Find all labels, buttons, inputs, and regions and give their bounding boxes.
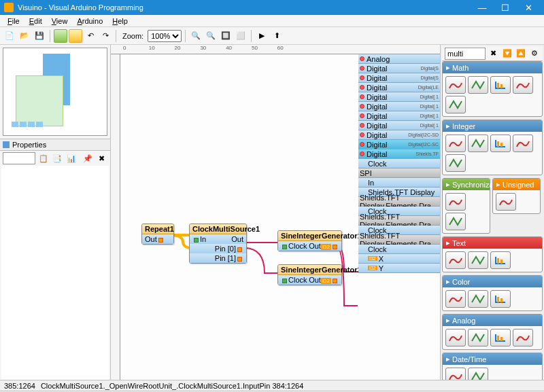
pin-out[interactable]	[333, 279, 337, 283]
menu-file[interactable]: FFileile	[3, 17, 24, 25]
filter3-icon[interactable]: ⚙	[528, 47, 540, 60]
component-item[interactable]	[468, 290, 488, 308]
component-item[interactable]	[445, 290, 466, 308]
arduino-row[interactable]: DigitalDigital[ 1	[358, 92, 440, 102]
zoom-in-icon[interactable]: 🔍	[189, 29, 203, 43]
component-item[interactable]	[513, 135, 533, 152]
pin-in[interactable]	[194, 238, 199, 243]
arduino-row[interactable]: DigitalDigital[ 1	[358, 121, 440, 130]
minimize-button[interactable]: —	[471, 0, 494, 15]
palette-header[interactable]: ▸Text	[443, 237, 542, 249]
component-item[interactable]	[445, 213, 466, 230]
component-item[interactable]	[490, 329, 511, 346]
arduino-row[interactable]: Shields.TFT Display.Elements.Dra	[358, 216, 440, 226]
arduino-row[interactable]: DigitalDigital[ 1	[358, 111, 440, 121]
component-item[interactable]	[468, 329, 488, 346]
component-item[interactable]	[513, 76, 533, 94]
component-item[interactable]	[445, 193, 466, 211]
component-item[interactable]	[490, 76, 511, 94]
arduino-row[interactable]: I32X	[358, 254, 440, 264]
palette-header[interactable]: ▸Integer	[443, 120, 542, 132]
arduino-row[interactable]: DigitalDigital(I2C-SD	[358, 130, 440, 140]
component-item[interactable]	[490, 135, 511, 152]
node-repeat1[interactable]: Repeat1 Out	[141, 224, 174, 245]
component-item[interactable]	[468, 368, 488, 380]
palette-header[interactable]: ▸Analog	[443, 315, 542, 326]
arduino-row[interactable]: Clock	[358, 159, 440, 168]
palette-header[interactable]: ▸Unsigned	[493, 179, 540, 190]
save-button[interactable]: 💾	[33, 29, 46, 43]
maximize-button[interactable]: ☐	[494, 0, 517, 15]
arduino-row[interactable]: DigitalDigital(I2C-SC	[358, 140, 440, 149]
search-clear-icon[interactable]: ✖	[488, 47, 499, 60]
component-item[interactable]	[445, 251, 466, 269]
palette-header[interactable]: ▸Synchronization	[443, 179, 490, 190]
zoom-actual-icon[interactable]: ⬜	[234, 29, 248, 43]
node-sinegen1[interactable]: SineIntegerGenerator1 ClockOutI32	[277, 230, 342, 251]
props-btn3[interactable]: 📊	[65, 152, 78, 165]
pin-clock[interactable]	[282, 279, 287, 283]
new-button[interactable]: 📄	[3, 29, 16, 43]
arduino-row[interactable]: SPI	[358, 168, 440, 178]
props-del-icon[interactable]: ✖	[95, 152, 107, 165]
layout1-button[interactable]	[54, 29, 67, 43]
arduino-row[interactable]: Shields.TFT Display.Elements.Dra	[358, 197, 440, 207]
redo-button[interactable]: ↷	[99, 29, 112, 43]
component-item[interactable]	[445, 329, 466, 346]
component-item[interactable]	[445, 154, 466, 172]
undo-button[interactable]: ↶	[84, 29, 97, 43]
overview-map[interactable]	[3, 48, 107, 136]
arduino-row[interactable]: DigitalDigital(S	[358, 73, 440, 83]
component-item[interactable]	[490, 290, 511, 308]
pin-out[interactable]	[333, 245, 337, 249]
arduino-row[interactable]: DigitalDigital[ 1	[358, 102, 440, 111]
zoom-out-icon[interactable]: 🔍	[204, 29, 218, 43]
node-clockmultisource1[interactable]: ClockMultiSource1 InOut Pin [0] Pin [1]	[189, 224, 247, 264]
properties-header[interactable]: Properties	[0, 139, 110, 151]
menu-arduino[interactable]: Arduino	[72, 17, 107, 25]
pin-out[interactable]	[158, 238, 163, 243]
pin-clock[interactable]	[282, 245, 287, 249]
palette-header[interactable]: ▸Math	[443, 62, 542, 73]
canvas[interactable]: 0 10 20 30 40 50 60 Repeat1 Out ClockMul…	[111, 45, 440, 380]
open-button[interactable]: 📂	[18, 29, 31, 43]
upload-button[interactable]: ⬆	[270, 29, 284, 43]
palette-header[interactable]: ▸Date/Time	[443, 353, 542, 365]
zoom-select[interactable]: 100%	[148, 30, 182, 42]
node-sinegen2[interactable]: SineIntegerGenerator2 ClockOutI32	[277, 264, 342, 285]
arduino-row[interactable]: I32Y	[358, 264, 440, 273]
component-item[interactable]	[468, 135, 488, 152]
run-button[interactable]: ▶	[255, 29, 269, 43]
arduino-row[interactable]: Shields.TFT Display.Elements.Dra	[358, 235, 440, 245]
palette-header[interactable]: ▸Color	[443, 276, 542, 287]
arduino-row[interactable]: DigitalDigital(S	[358, 64, 440, 73]
menu-help[interactable]: Help	[107, 17, 133, 25]
component-item[interactable]	[490, 251, 511, 269]
pin-out-1[interactable]	[237, 257, 242, 262]
filter1-icon[interactable]: 🔽	[501, 47, 513, 60]
arduino-row[interactable]: DigitalDigital(LE	[358, 83, 440, 92]
component-item[interactable]	[445, 96, 466, 113]
component-item[interactable]	[468, 76, 488, 94]
menu-view[interactable]: View	[47, 17, 73, 25]
component-item[interactable]	[445, 368, 466, 380]
arduino-board[interactable]: AnalogDigitalDigital(SDigitalDigital(SDi…	[358, 54, 440, 273]
arduino-row[interactable]: DigitalShields.TF	[358, 149, 440, 159]
component-item[interactable]	[513, 329, 533, 346]
menu-edit[interactable]: Edit	[24, 17, 47, 25]
component-item[interactable]	[445, 135, 466, 152]
palette-search[interactable]	[445, 48, 486, 60]
arduino-row[interactable]: Clock	[358, 245, 440, 254]
props-search[interactable]	[3, 152, 35, 164]
pin-out-0[interactable]	[237, 247, 242, 252]
close-button[interactable]: ✕	[517, 0, 540, 15]
props-btn2[interactable]: 📑	[52, 152, 64, 165]
zoom-fit-icon[interactable]: 🔲	[219, 29, 233, 43]
props-pin-icon[interactable]: 📌	[82, 152, 94, 165]
arduino-row[interactable]: In	[358, 178, 440, 188]
component-item[interactable]	[496, 193, 516, 211]
layout2-button[interactable]	[69, 29, 82, 43]
arduino-row[interactable]: Analog	[358, 54, 440, 64]
filter2-icon[interactable]: 🔼	[515, 47, 526, 60]
props-btn1[interactable]: 📋	[37, 152, 50, 165]
